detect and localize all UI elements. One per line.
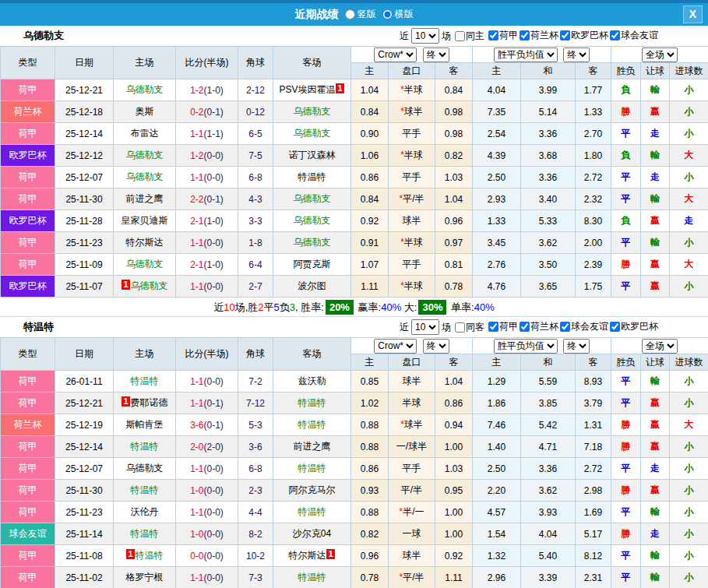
layout-radio-vertical[interactable]: 竖版: [345, 8, 376, 21]
home-team-link[interactable]: 乌德勒支: [126, 171, 164, 182]
league-filter-checkbox[interactable]: [488, 322, 498, 332]
same-venue-checkbox-input[interactable]: [455, 31, 465, 41]
col-avg-away: 客: [576, 63, 611, 79]
home-team-cell: 乌德勒支: [114, 254, 176, 276]
layout-radio-vertical-input[interactable]: [345, 9, 355, 19]
avg-stage-select[interactable]: 终: [563, 339, 590, 354]
away-team-link[interactable]: 前进之鹰: [294, 441, 331, 452]
scope-select[interactable]: 全场: [642, 339, 678, 354]
away-team-link[interactable]: 兹沃勒: [298, 375, 326, 386]
league-filter[interactable]: 球会友谊: [560, 320, 608, 333]
league-filter[interactable]: 欧罗巴杯: [560, 29, 608, 42]
away-team-link[interactable]: 乌德勒支: [294, 215, 331, 226]
away-team-cell: 特温特: [273, 567, 351, 588]
avg-draw-odds: 3.68: [521, 145, 576, 167]
home-team-link[interactable]: 皇家贝迪斯: [122, 215, 168, 226]
home-team-link[interactable]: 乌德勒支: [126, 259, 164, 269]
away-team-link[interactable]: 特温特: [298, 397, 326, 408]
league-filter[interactable]: 荷兰杯: [520, 29, 558, 42]
away-team-link[interactable]: 特温特: [298, 171, 326, 182]
home-team-link[interactable]: 布雷达: [131, 128, 159, 139]
layout-radio-horizontal-input[interactable]: [382, 9, 393, 19]
league-filter-checkbox[interactable]: [610, 30, 620, 40]
home-team-link[interactable]: 特温特: [131, 375, 159, 386]
home-team-link[interactable]: 乌德勒支: [126, 150, 164, 160]
result-goals: 小: [670, 545, 708, 567]
avg-odds-select[interactable]: 胜平负均值: [494, 339, 558, 354]
close-button[interactable]: X: [683, 5, 703, 23]
same-venue-checkbox[interactable]: 同主: [455, 30, 484, 43]
league-filter-checkbox[interactable]: [560, 30, 570, 40]
league-filter-checkbox[interactable]: [610, 322, 620, 332]
handicap-line: 球半: [389, 545, 435, 567]
home-team-link[interactable]: 特尔斯达: [126, 237, 164, 248]
home-team-link[interactable]: 特温特: [131, 528, 159, 539]
league-filter-checkbox[interactable]: [488, 30, 498, 40]
away-team-link[interactable]: 乌德勒支: [294, 193, 331, 204]
league-filter-checkbox[interactable]: [520, 322, 530, 332]
league-filter[interactable]: 荷兰杯: [520, 320, 558, 333]
home-team-link[interactable]: 费耶诺德: [131, 397, 168, 408]
league-filter[interactable]: 球会友谊: [610, 29, 658, 42]
home-team-link[interactable]: 斯帕肯堡: [126, 419, 164, 430]
home-team-link[interactable]: 特温特: [131, 441, 159, 452]
match-row: 荷甲25-11-30特温特1-0(0-0)2-3阿尔克马尔0.93平/半0.95…: [1, 480, 708, 502]
home-team-link[interactable]: 特温特: [136, 550, 164, 561]
result-handicap: 贏: [641, 393, 670, 414]
away-team-link[interactable]: 乌德勒支: [294, 237, 331, 248]
home-team-link[interactable]: 沃伦丹: [131, 506, 159, 517]
away-team-link[interactable]: 特温特: [298, 463, 326, 474]
score-cell: 1-2(0-0): [176, 145, 238, 167]
odds-stage-select[interactable]: 终: [423, 48, 449, 62]
away-team-link[interactable]: 波尔图: [298, 280, 326, 291]
home-team-link[interactable]: 格罗宁根: [126, 572, 164, 583]
league-filter[interactable]: 荷甲: [488, 29, 518, 42]
games-count-select[interactable]: 10: [411, 319, 439, 335]
away-team-cell: 兹沃勒: [273, 371, 351, 393]
league-filter[interactable]: 欧罗巴杯: [610, 320, 658, 333]
away-team-link[interactable]: 乌德勒支: [294, 106, 331, 117]
handicap-odds-away: 0.86: [435, 393, 473, 414]
home-team-link[interactable]: 乌德勒支: [131, 280, 168, 291]
odds-company-select[interactable]: Crow*: [374, 339, 417, 354]
away-team-link[interactable]: 阿贾克斯: [294, 259, 331, 269]
match-row: 荷甲25-12-07乌德勒支1-1(0-0)6-8特温特0.86平手1.032.…: [1, 167, 708, 188]
home-team-link[interactable]: 前进之鹰: [126, 193, 164, 204]
scope-select[interactable]: 全场: [642, 48, 678, 62]
league-filter-checkbox[interactable]: [560, 322, 570, 332]
away-team-link[interactable]: 诺丁汉森林: [289, 150, 336, 160]
avg-odds-select[interactable]: 胜平负均值: [494, 48, 558, 62]
handicap-odds-home: 0.85: [351, 371, 389, 393]
away-team-link[interactable]: PSV埃因霍温: [279, 84, 335, 95]
avg-away-odds: 2.31: [576, 567, 611, 588]
games-count-select[interactable]: 10: [411, 28, 439, 44]
league-type-badge: 荷甲: [1, 371, 55, 393]
odds-company-select[interactable]: Crow*: [374, 48, 417, 62]
league-filter[interactable]: 荷甲: [488, 320, 518, 333]
result-goals: 小: [670, 79, 708, 101]
halftime-score: (0-0): [204, 507, 224, 518]
match-row: 荷甲25-11-23沃伦丹1-1(0-0)4-4特温特0.88*半/一1.004…: [1, 502, 708, 523]
handicap-odds-home: 1.07: [351, 254, 389, 276]
result-outcome: 平: [611, 502, 641, 523]
avg-stage-select[interactable]: 终: [563, 48, 590, 62]
same-venue-checkbox[interactable]: 同客: [455, 321, 484, 334]
league-filter-checkbox[interactable]: [520, 30, 530, 40]
away-team-link[interactable]: 特温特: [298, 506, 326, 517]
away-team-link[interactable]: 阿尔克马尔: [289, 484, 336, 495]
result-handicap: 輸: [641, 545, 670, 567]
away-team-link[interactable]: 沙尔克04: [293, 528, 331, 539]
away-team-link[interactable]: 乌德勒支: [294, 128, 331, 139]
odds-stage-select[interactable]: 终: [423, 339, 449, 354]
home-team-link[interactable]: 特温特: [131, 484, 159, 495]
avg-draw-odds: 5.40: [521, 545, 576, 567]
same-venue-checkbox-input[interactable]: [455, 322, 465, 333]
home-team-link[interactable]: 乌德勒支: [126, 84, 164, 95]
home-team-link[interactable]: 奥斯: [136, 106, 154, 117]
layout-radio-horizontal[interactable]: 横版: [382, 8, 414, 21]
away-team-link[interactable]: 特尔斯达: [288, 550, 326, 561]
away-team-link[interactable]: 特温特: [298, 419, 326, 430]
home-team-link[interactable]: 乌德勒支: [126, 463, 164, 474]
away-team-link[interactable]: 特温特: [298, 572, 326, 583]
avg-home-odds: 4.04: [473, 79, 521, 101]
